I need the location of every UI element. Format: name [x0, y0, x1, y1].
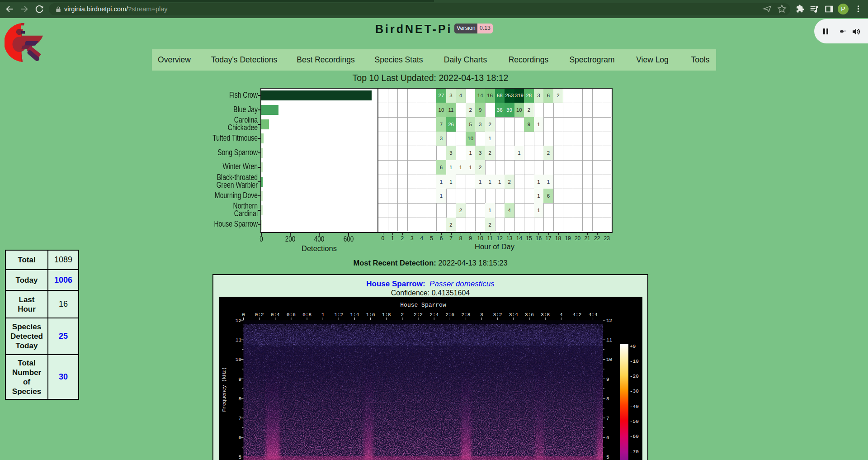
svg-text:2:4: 2:4	[429, 312, 439, 318]
svg-text:2:8: 2:8	[462, 312, 471, 318]
svg-text:1:6: 1:6	[366, 312, 375, 318]
svg-text:+0: +0	[630, 344, 636, 349]
svg-text:-30: -30	[630, 389, 639, 394]
svg-text:-70: -70	[630, 449, 639, 455]
svg-text:6: 6	[606, 435, 609, 441]
svg-text:House Sparrow: House Sparrow	[400, 302, 446, 308]
svg-text:3:4: 3:4	[509, 312, 518, 318]
svg-text:-10: -10	[630, 359, 639, 364]
svg-text:11: 11	[236, 337, 242, 343]
svg-text:-60: -60	[630, 434, 639, 439]
svg-text:9: 9	[238, 377, 241, 382]
svg-text:3:2: 3:2	[493, 312, 502, 318]
svg-text:5: 5	[606, 455, 609, 460]
svg-text:4:4: 4:4	[589, 312, 598, 318]
svg-text:Frequency (kHz): Frequency (kHz)	[222, 367, 227, 412]
svg-text:-40: -40	[630, 404, 639, 409]
svg-text:2: 2	[401, 312, 404, 318]
svg-text:0: 0	[242, 312, 245, 318]
svg-text:0:4: 0:4	[271, 312, 280, 318]
svg-text:4:2: 4:2	[572, 312, 581, 318]
svg-text:0:6: 0:6	[287, 312, 296, 318]
svg-text:8: 8	[238, 396, 241, 402]
svg-text:7: 7	[606, 416, 609, 421]
svg-text:12: 12	[236, 318, 241, 323]
svg-text:1:2: 1:2	[334, 312, 343, 318]
svg-text:12: 12	[606, 318, 612, 323]
svg-text:2:6: 2:6	[445, 312, 454, 318]
svg-text:1:8: 1:8	[382, 312, 391, 318]
svg-text:6: 6	[238, 435, 241, 441]
svg-text:8: 8	[606, 396, 609, 402]
svg-text:1: 1	[321, 312, 325, 318]
svg-text:5: 5	[238, 455, 241, 460]
svg-text:7: 7	[238, 416, 241, 421]
svg-text:9: 9	[606, 377, 609, 382]
svg-text:10: 10	[236, 357, 241, 362]
svg-text:10: 10	[606, 357, 612, 362]
svg-text:-20: -20	[630, 374, 639, 379]
svg-text:2:2: 2:2	[414, 312, 423, 318]
svg-text:-50: -50	[630, 419, 639, 424]
svg-text:4: 4	[560, 312, 563, 318]
svg-text:3:8: 3:8	[541, 312, 550, 318]
svg-text:3:6: 3:6	[525, 312, 534, 318]
svg-text:0:2: 0:2	[255, 312, 264, 318]
svg-text:11: 11	[606, 337, 613, 343]
svg-text:3: 3	[480, 312, 483, 318]
svg-text:0:8: 0:8	[302, 312, 311, 318]
svg-text:1:4: 1:4	[350, 312, 359, 318]
